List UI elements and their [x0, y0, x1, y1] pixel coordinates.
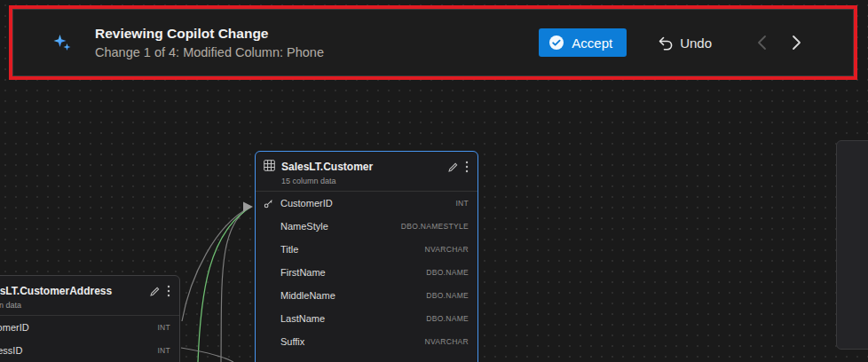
table-menu-button[interactable]	[465, 161, 469, 173]
table-column-row[interactable]: NameStyle DBO.NAMESTYLE	[256, 215, 477, 238]
accept-button[interactable]: Accept	[539, 28, 627, 57]
table-title: SalesLT.Customer	[281, 161, 441, 173]
table-column-row[interactable]: LastName DBO.NAME	[256, 307, 477, 330]
column-name: LastName	[280, 313, 426, 324]
table-menu-button[interactable]	[167, 285, 170, 297]
column-count-label: column data	[0, 301, 179, 316]
column-type: INT	[455, 199, 469, 208]
undo-button[interactable]: Undo	[653, 28, 715, 57]
table-column-row[interactable]: AddressID INT	[0, 339, 179, 362]
copilot-sparkle-icon	[51, 32, 73, 53]
table-column-row[interactable]: CustomerID INT	[0, 316, 179, 339]
chevron-right-icon	[791, 34, 802, 51]
column-type: DBO.NAME	[426, 314, 469, 323]
column-name: CustomerID	[0, 322, 157, 333]
table-column-row[interactable]: MiddleName DBO.NAME	[256, 284, 477, 307]
column-name: NameStyle	[280, 221, 401, 232]
edit-table-button[interactable]	[447, 161, 459, 173]
table-title: SalesLT.CustomerAddress	[0, 285, 143, 297]
table-card-customer[interactable]: SalesLT.Customer 15 column data Customer…	[255, 151, 478, 362]
column-type: NVARCHAR	[425, 337, 469, 346]
banner-title: Reviewing Copilot Change	[95, 27, 324, 41]
edge-arrowhead-icon	[243, 202, 253, 212]
column-name: CustomerID	[280, 198, 455, 209]
column-list: CustomerID INT AddressID INT	[0, 316, 179, 362]
column-type: DBO.NAME	[426, 268, 469, 277]
column-type: NVARCHAR	[425, 245, 469, 254]
column-type: DBO.NAME	[426, 291, 469, 300]
accept-button-label: Accept	[572, 35, 612, 51]
next-change-button[interactable]	[789, 32, 804, 53]
relationship-edge	[221, 207, 251, 362]
check-circle-icon	[548, 35, 564, 51]
column-type: INT	[157, 346, 170, 355]
column-name: AddressID	[0, 345, 157, 356]
column-type: INT	[157, 323, 170, 332]
relationship-edge	[182, 207, 251, 321]
table-card-partial-right[interactable]	[836, 140, 868, 350]
relationship-edge-highlighted	[198, 207, 251, 362]
primary-key-icon	[264, 199, 280, 209]
banner-change-status: Change 1 of 4: Modified Column: Phone	[95, 46, 324, 59]
table-column-row[interactable]: Title NVARCHAR	[256, 238, 477, 261]
previous-change-button[interactable]	[754, 32, 769, 53]
column-name: Title	[280, 244, 425, 255]
column-list: CustomerID INT NameStyle DBO.NAMESTYLE T…	[256, 192, 477, 353]
table-column-row[interactable]: CustomerID INT	[256, 192, 477, 215]
column-name: Suffix	[280, 336, 425, 347]
column-count-label: 15 column data	[256, 177, 477, 192]
table-grid-icon	[264, 159, 275, 175]
edit-table-button[interactable]	[149, 286, 161, 297]
undo-arrow-icon	[657, 35, 674, 51]
table-column-row[interactable]: FirstName DBO.NAME	[256, 261, 477, 284]
relationship-edge	[181, 348, 233, 362]
column-name: FirstName	[280, 267, 426, 278]
undo-button-label: Undo	[680, 35, 712, 51]
copilot-review-banner: Reviewing Copilot Change Change 1 of 4: …	[9, 5, 857, 80]
column-type: DBO.NAMESTYLE	[401, 222, 469, 231]
table-column-row[interactable]: Suffix NVARCHAR	[256, 330, 477, 353]
schema-designer-canvas[interactable]: SalesLT.CustomerAddress column data Cust…	[0, 0, 868, 362]
column-name: MiddleName	[280, 290, 426, 301]
table-card-customer-address[interactable]: SalesLT.CustomerAddress column data Cust…	[0, 275, 180, 362]
chevron-left-icon	[756, 34, 768, 51]
